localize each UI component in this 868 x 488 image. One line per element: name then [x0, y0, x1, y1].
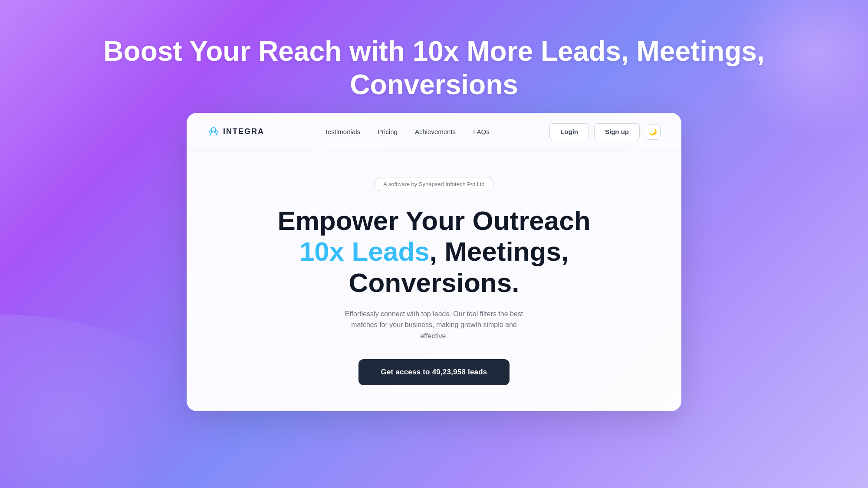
nav-pricing[interactable]: Pricing: [378, 128, 398, 135]
navbar: INTEGRA Testimonials Pricing Achievement…: [187, 113, 681, 151]
software-badge: A software by Synapsed Infotech Pvt Ltd: [374, 177, 493, 191]
nav-links: Testimonials Pricing Achievements FAQs: [325, 128, 490, 135]
hero-section: A software by Synapsed Infotech Pvt Ltd …: [187, 151, 681, 385]
hero-heading-conversions: Conversions.: [349, 268, 519, 298]
login-button[interactable]: Login: [549, 123, 589, 140]
logo-text: INTEGRA: [223, 127, 264, 136]
outer-page-title: Boost Your Reach with 10x More Leads, Me…: [0, 35, 868, 102]
svg-point-0: [211, 128, 216, 132]
moon-icon: 🌙: [648, 128, 657, 136]
nav-faqs[interactable]: FAQs: [473, 128, 490, 135]
hero-heading-line2-rest: , Meetings,: [430, 236, 569, 266]
svg-point-2: [215, 131, 218, 133]
main-card: INTEGRA Testimonials Pricing Achievement…: [187, 113, 681, 411]
logo-icon: [207, 126, 220, 138]
hero-heading-line1: Empower Your Outreach: [277, 206, 590, 236]
nav-achievements[interactable]: Achievements: [415, 128, 456, 135]
cta-button[interactable]: Get access to 49,23,958 leads: [358, 359, 510, 385]
dark-mode-button[interactable]: 🌙: [645, 124, 661, 140]
hero-subtext: Effortlessly connect with top leads. Our…: [343, 308, 525, 342]
logo: INTEGRA: [207, 126, 264, 138]
nav-testimonials[interactable]: Testimonials: [325, 128, 361, 135]
nav-actions: Login Sign up 🌙: [549, 123, 661, 140]
signup-button[interactable]: Sign up: [594, 123, 640, 140]
hero-heading-10x-leads: 10x Leads: [299, 236, 430, 266]
svg-point-1: [209, 131, 212, 133]
hero-heading: Empower Your Outreach 10x Leads, Meeting…: [207, 205, 661, 298]
